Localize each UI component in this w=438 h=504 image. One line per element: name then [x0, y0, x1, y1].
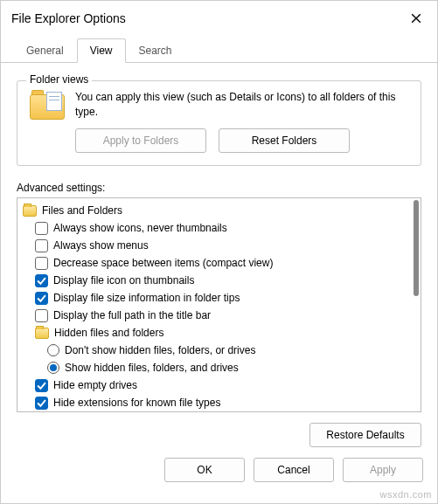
checkbox[interactable]: [35, 222, 48, 235]
tree-item-label: Don't show hidden files, folders, or dri…: [65, 344, 255, 356]
watermark: wsxdn.com: [379, 489, 432, 500]
tree-item-label: Always show icons, never thumbnails: [53, 222, 227, 234]
tree-subgroup: Hidden files and folders: [35, 324, 415, 342]
tab-general[interactable]: General: [13, 38, 77, 63]
tree-item[interactable]: Display file size information in folder …: [35, 289, 415, 307]
tree-item-label: Display the full path in the title bar: [53, 309, 211, 321]
tree-item[interactable]: Always show menus: [35, 237, 415, 254]
ok-button[interactable]: OK: [164, 458, 245, 482]
tree-item[interactable]: Hide folder merge conflicts: [35, 411, 415, 412]
checkbox[interactable]: [35, 309, 48, 322]
tree-root: Files and Folders: [23, 202, 415, 219]
folder-views-legend: Folder views: [26, 73, 92, 86]
checkbox[interactable]: [35, 257, 48, 270]
folder-icon: [23, 205, 37, 217]
tree-root-label: Files and Folders: [42, 204, 122, 217]
reset-folders-button[interactable]: Reset Folders: [219, 128, 350, 153]
radio-button[interactable]: [47, 362, 59, 374]
cancel-button[interactable]: Cancel: [254, 458, 334, 482]
checkbox[interactable]: [35, 239, 48, 252]
restore-defaults-button[interactable]: Restore Defaults: [309, 423, 421, 447]
checkbox[interactable]: [35, 274, 48, 287]
checkbox[interactable]: [35, 379, 48, 392]
advanced-settings-tree[interactable]: Files and Folders Always show icons, nev…: [17, 197, 421, 412]
folder-icon: [30, 90, 65, 120]
advanced-settings-label: Advanced settings:: [17, 182, 421, 194]
radio-button[interactable]: [47, 344, 59, 356]
tab-view[interactable]: View: [77, 38, 126, 63]
window-title: File Explorer Options: [11, 11, 126, 25]
tree-item-label: Decrease space between items (compact vi…: [53, 257, 273, 269]
tree-item-label: Display file size information in folder …: [53, 292, 240, 304]
checkbox[interactable]: [35, 397, 48, 410]
folder-views-group: Folder views You can apply this view (su…: [17, 80, 421, 166]
tree-item[interactable]: Always show icons, never thumbnails: [35, 219, 415, 237]
tab-strip: General View Search: [1, 38, 437, 63]
tree-item-label: Show hidden files, folders, and drives: [65, 362, 239, 374]
tree-item[interactable]: Display the full path in the title bar: [35, 307, 415, 324]
folder-views-text: You can apply this view (such as Details…: [75, 90, 408, 120]
tree-item[interactable]: Hide extensions for known file types: [35, 394, 415, 411]
tab-search[interactable]: Search: [126, 38, 185, 63]
checkbox[interactable]: [35, 292, 48, 305]
apply-button[interactable]: Apply: [343, 458, 423, 482]
folder-icon: [35, 328, 49, 339]
tree-item-label: Always show menus: [53, 239, 149, 252]
tree-radio-item[interactable]: Show hidden files, folders, and drives: [47, 359, 415, 376]
scrollbar-thumb[interactable]: [414, 200, 419, 296]
tree-item[interactable]: Display file icon on thumbnails: [35, 272, 415, 289]
close-icon[interactable]: [406, 8, 427, 29]
tree-item-label: Hide extensions for known file types: [53, 397, 220, 409]
tree-item[interactable]: Hide empty drives: [35, 376, 415, 394]
tree-radio-item[interactable]: Don't show hidden files, folders, or dri…: [47, 342, 415, 359]
tree-item-label: Hide empty drives: [53, 379, 137, 391]
tree-item[interactable]: Decrease space between items (compact vi…: [35, 254, 415, 272]
tree-subgroup-label: Hidden files and folders: [54, 327, 163, 339]
apply-to-folders-button[interactable]: Apply to Folders: [75, 128, 206, 153]
tree-item-label: Display file icon on thumbnails: [53, 274, 194, 287]
